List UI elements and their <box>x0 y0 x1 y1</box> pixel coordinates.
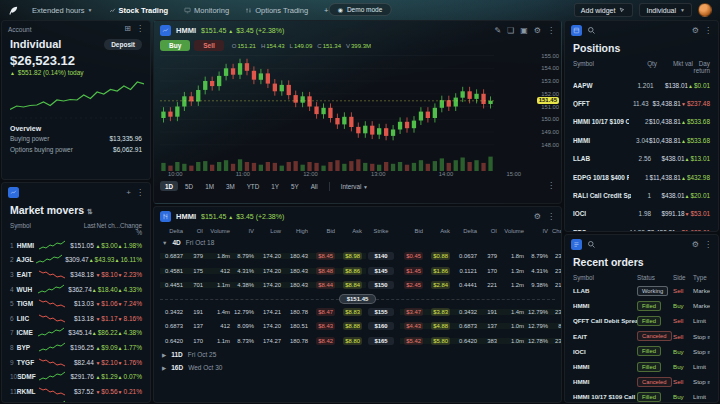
mover-rank: 9 <box>10 359 17 366</box>
kebab-menu-icon[interactable]: ⋮ <box>704 27 712 35</box>
kebab-menu-icon[interactable]: ⋮ <box>547 26 555 35</box>
mover-row-LLAB[interactable]: 12LLAB$63.74▲$0.83▲1.17% <box>2 399 150 403</box>
account-menu-button[interactable]: Individual ▼ <box>639 3 692 17</box>
timeframe-3m[interactable]: 3M <box>221 181 240 191</box>
position-row[interactable]: BTG44.38$8,438.81▼$1,038.01 <box>565 223 718 232</box>
mover-row-LIIC[interactable]: 6LIIC$13.18▼$1.17▼8.16% <box>2 311 150 326</box>
widget-chip-icon[interactable] <box>160 25 171 36</box>
order-row[interactable]: HMMI 10/17 $109 CallFilledBuyLimit <box>565 389 718 403</box>
order-row[interactable]: HMMIFilledBuyLimit <box>565 359 718 374</box>
timeframe-1y[interactable]: 1Y <box>266 181 284 191</box>
call-bid: $8.43 <box>312 323 339 329</box>
x-axis-label: 14:00 <box>439 171 454 179</box>
kebab-menu-icon[interactable]: ⋮ <box>547 182 555 190</box>
widget-chip-icon[interactable] <box>571 239 582 250</box>
call-cell: 174.27 <box>258 338 285 344</box>
timeframe-5d[interactable]: 5D <box>180 181 198 191</box>
user-avatar[interactable] <box>698 3 712 17</box>
candlestick-chart[interactable]: 155.00154.00153.00152.00151.00150.00149.… <box>160 53 559 171</box>
order-status: Filled <box>637 362 673 372</box>
position-row[interactable]: AAPW1.201$138.01▲$0.01 <box>565 76 718 94</box>
order-row[interactable]: LLABWorkingSellMarket <box>565 283 718 298</box>
order-row[interactable]: HMMIFilledBuyMarket <box>565 298 718 313</box>
timeframe-5y[interactable]: 5Y <box>286 181 304 191</box>
settings-gear-icon[interactable]: ⚙ <box>534 212 541 221</box>
option-row-strike-150[interactable]: 0.44517011.1m4.38%174.20180.43$8.44$8.84… <box>154 278 561 293</box>
order-row[interactable]: EAITCanceledSellStop market <box>565 329 718 344</box>
snapshot-icon[interactable]: ▣ <box>520 26 528 35</box>
position-row[interactable]: HMMI 10/17 $109 Call2$10,438.81▲$533.68 <box>565 113 718 131</box>
widget-chip-icon[interactable] <box>571 25 582 36</box>
mover-symbol: ICME <box>17 329 38 336</box>
position-row[interactable]: QFFT11.43$3,438.81▼$237.48 <box>565 94 718 112</box>
grid-icon[interactable]: ⊞ <box>124 25 131 33</box>
search-icon[interactable] <box>587 26 596 35</box>
timeframe-all[interactable]: All <box>306 181 323 191</box>
add-icon[interactable]: + <box>126 189 131 197</box>
call-ask: $8.83 <box>339 309 366 315</box>
position-day-return: ▲$13.01 <box>685 155 711 162</box>
widget-chip-icon[interactable] <box>8 187 19 198</box>
settings-gear-icon[interactable]: ⚙ <box>534 26 541 35</box>
mover-row-ICME[interactable]: 7ICME$345.14▲$86.22▲4.38% <box>2 326 150 341</box>
nav-tab-stock-trading[interactable]: Stock Trading <box>106 4 172 17</box>
mover-symbol: LIIC <box>17 315 39 322</box>
mover-row-AJGL[interactable]: 2AJGL$309.47▲$43.93▲16.11% <box>2 253 150 268</box>
interval-dropdown[interactable]: Interval ▼ <box>336 181 373 191</box>
settings-gear-icon[interactable]: ⚙ <box>692 27 699 35</box>
mover-row-BYP[interactable]: 8BYP$196.25▲$9.09▲1.77% <box>2 340 150 355</box>
order-row[interactable]: HMMICanceledSellStop market <box>565 374 718 389</box>
kebab-menu-icon[interactable]: ⋮ <box>136 25 144 33</box>
position-row[interactable]: RALI Call Credit Spread1$438.01▲$20.01 <box>565 186 718 204</box>
mover-row-RKML[interactable]: 11RKML$37.52▼$0.56▼0.21% <box>2 384 150 399</box>
put-bid: $5.42 <box>400 338 427 344</box>
call-cell: 180.43 <box>285 282 312 288</box>
put-cell: 23.98% <box>552 268 562 274</box>
add-widget-button[interactable]: Add widget <box>574 3 634 17</box>
position-row[interactable]: HMMI3.04$10,438.81▲$533.68 <box>565 131 718 149</box>
demo-mode-pill[interactable]: ◉ Demo mode <box>329 3 392 16</box>
kebab-menu-icon[interactable]: ⋮ <box>136 189 144 197</box>
nav-tab-options-trading[interactable]: Options Trading <box>242 4 311 17</box>
timeframe-1m[interactable]: 1M <box>200 181 219 191</box>
sell-button[interactable]: Sell <box>194 40 224 51</box>
mover-row-TIGM[interactable]: 5TIGM$13.03▼$1.06▼7.24% <box>2 296 150 311</box>
option-row-strike-155[interactable]: 0.34321911.4m12.79%174.21180.78$8.47$8.8… <box>154 305 561 320</box>
mover-row-EAIT[interactable]: 3EAIT$348.18▼$8.10▼2.23% <box>2 267 150 282</box>
buy-button[interactable]: Buy <box>160 40 190 51</box>
search-icon[interactable] <box>587 240 596 249</box>
draw-icon[interactable]: ✎ <box>494 26 501 35</box>
option-row-strike-145[interactable]: 0.45811754124.31%174.20180.43$8.48$8.86$… <box>154 264 561 279</box>
mover-row-WUH[interactable]: 4WUH$362.74▲$18.40▲4.33% <box>2 282 150 297</box>
put-cell: 0.1121 <box>454 268 481 274</box>
kebab-menu-icon[interactable]: ⋮ <box>704 241 712 249</box>
order-row[interactable]: QFFT Call Debit SpreadFilledSellLimit <box>565 313 718 328</box>
position-row[interactable]: LLAB2.56$438.01▲$13.01 <box>565 150 718 168</box>
mover-row-SDMF[interactable]: 10SDMF$291.76▲$1.29▲0.07% <box>2 369 150 384</box>
order-row[interactable]: IOCIFilledBuyStop market <box>565 344 718 359</box>
kebab-menu-icon[interactable]: ⋮ <box>547 212 555 221</box>
expiration-group-collapsed[interactable]: ▶16DWed Oct 30 <box>154 361 561 374</box>
option-row-strike-140[interactable]: 0.68373791.8m8.79%174.20180.43$8.45$8.98… <box>154 249 561 264</box>
expiration-group-collapsed[interactable]: ▶11DFri Oct 25 <box>154 348 561 361</box>
call-bid: $8.45 <box>312 253 339 259</box>
option-row-strike-160[interactable]: 0.68731374128.09%174.20180.51$8.43$8.88$… <box>154 319 561 334</box>
settings-gear-icon[interactable]: ⚙ <box>692 241 699 249</box>
order-side: Buy <box>673 363 693 370</box>
nav-tab-extended-hours[interactable]: Extended hours▼ <box>29 4 96 17</box>
position-row[interactable]: IOCI1.98$991.18▼$53.01 <box>565 205 718 223</box>
call-cell: 8.09% <box>234 323 258 329</box>
nav-tab-monitoring[interactable]: Monitoring <box>181 4 232 17</box>
timeframe-1d[interactable]: 1D <box>160 181 178 191</box>
mover-symbol: TYGF <box>17 359 39 366</box>
mover-row-HMMI[interactable]: 1HMMI$151.05▲$3.00▲1.98% <box>2 238 150 253</box>
widget-chip-icon[interactable] <box>160 211 171 222</box>
position-row[interactable]: EDPG 10/18 $400 Put1$11,438.81▲$432.98 <box>565 168 718 186</box>
timeframe-ytd[interactable]: YTD <box>242 181 265 191</box>
option-row-strike-165[interactable]: 0.64201701.1m8.73%174.27180.78$8.42$8.80… <box>154 334 561 349</box>
expiration-group-expanded[interactable]: ▼4DFri Oct 18 <box>154 236 561 249</box>
options-col-bid: Bid <box>400 228 427 234</box>
deposit-button[interactable]: Deposit <box>104 39 142 50</box>
mover-row-TYGF[interactable]: 9TYGF$82.44▼$2.10▼1.76% <box>2 355 150 370</box>
frame-icon[interactable]: ❏ <box>507 26 514 35</box>
